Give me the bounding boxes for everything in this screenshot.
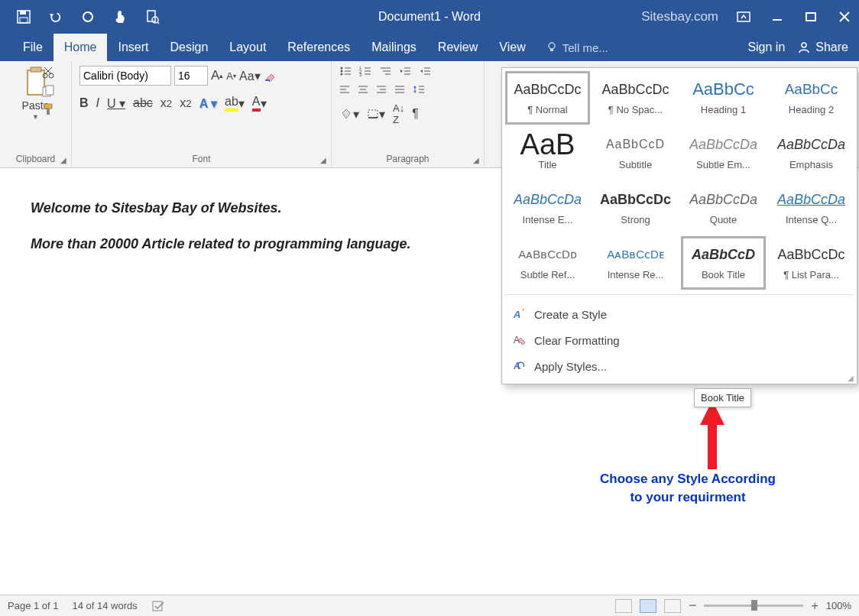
print-layout-icon[interactable]: [640, 599, 656, 613]
page-status[interactable]: Page 1 of 1: [8, 600, 59, 611]
font-size-select[interactable]: [174, 66, 208, 86]
font-color-icon[interactable]: A ▾: [252, 95, 267, 112]
strikethrough-button[interactable]: abc: [133, 96, 153, 110]
svg-rect-16: [31, 67, 41, 72]
zoom-slider[interactable]: [704, 605, 803, 607]
paragraph-launcher[interactable]: ◢: [473, 156, 479, 164]
increase-indent-icon[interactable]: [419, 66, 431, 76]
change-case-icon[interactable]: Aa▾: [239, 69, 261, 83]
style-heading-2[interactable]: AaBbCcHeading 2: [769, 71, 854, 125]
show-marks-icon[interactable]: ¶: [412, 107, 419, 121]
clipboard-group: Paste ▼ Clipboard ◢: [0, 61, 72, 167]
style-heading-1[interactable]: AaBbCcHeading 1: [681, 71, 766, 125]
tab-layout[interactable]: Layout: [219, 34, 277, 61]
tab-review[interactable]: Review: [427, 34, 488, 61]
subscript-button[interactable]: x2: [160, 96, 172, 110]
underline-button[interactable]: U ▾: [107, 96, 125, 111]
style--normal[interactable]: AaBbCcDc¶ Normal: [505, 71, 590, 125]
style-title[interactable]: AaBTitle: [505, 126, 590, 180]
clear-format-icon: A: [513, 333, 527, 347]
borders-icon[interactable]: ▾: [367, 107, 385, 122]
align-left-icon[interactable]: [339, 85, 350, 94]
zoom-in-button[interactable]: +: [811, 599, 818, 613]
highlight-color-icon[interactable]: ab▾: [225, 95, 245, 112]
create-style-item[interactable]: A Create a Style: [502, 301, 857, 327]
font-launcher[interactable]: ◢: [320, 156, 326, 164]
align-center-icon[interactable]: [358, 85, 368, 94]
text-effects-icon[interactable]: A ▾: [199, 96, 217, 111]
bullets-icon[interactable]: [339, 66, 352, 76]
maximize-icon[interactable]: [802, 8, 819, 25]
font-label: Font: [192, 154, 210, 164]
svg-point-28: [341, 70, 343, 73]
tab-design[interactable]: Design: [159, 34, 219, 61]
decrease-indent-icon[interactable]: [399, 66, 411, 76]
undo-icon[interactable]: [47, 8, 64, 25]
style--no-spac-[interactable]: AaBbCcDc¶ No Spac...: [593, 71, 678, 125]
word-count[interactable]: 14 of 14 words: [73, 600, 138, 611]
tab-mailings[interactable]: Mailings: [361, 34, 427, 61]
sign-in-link[interactable]: Sign in: [747, 41, 785, 54]
shading-icon[interactable]: ▾: [339, 107, 359, 122]
touch-mode-icon[interactable]: [112, 8, 128, 25]
style-strong[interactable]: AaBbCcDcStrong: [593, 181, 678, 235]
justify-icon[interactable]: [394, 85, 405, 94]
print-preview-icon[interactable]: [144, 8, 160, 25]
svg-rect-2: [20, 18, 28, 23]
ribbon-options-icon[interactable]: [735, 8, 752, 25]
clipboard-launcher[interactable]: ◢: [60, 156, 66, 164]
tell-me-search[interactable]: Tell me...: [536, 34, 608, 61]
tab-home[interactable]: Home: [53, 34, 108, 61]
save-icon[interactable]: [15, 8, 32, 25]
line-spacing-icon[interactable]: [413, 84, 425, 95]
style-subtitle[interactable]: AaBbCcDSubtitle: [593, 126, 678, 180]
clear-formatting-icon[interactable]: [264, 68, 279, 83]
close-icon[interactable]: [836, 8, 853, 25]
read-mode-icon[interactable]: [615, 599, 632, 613]
copy-icon[interactable]: [41, 84, 55, 98]
format-painter-icon[interactable]: [41, 102, 55, 116]
style-intense-re-[interactable]: AᴀBʙCᴄDᴇIntense Re...: [593, 236, 678, 290]
style-subtle-em-[interactable]: AaBbCcDaSubtle Em...: [681, 126, 766, 180]
zoom-out-button[interactable]: −: [689, 598, 697, 614]
svg-rect-63: [368, 110, 378, 118]
annotation-arrow-icon: [697, 400, 728, 469]
italic-button[interactable]: I: [96, 96, 99, 110]
svg-rect-7: [737, 12, 750, 21]
svg-rect-23: [44, 104, 52, 109]
style-intense-e-[interactable]: AaBbCcDaIntense E...: [505, 181, 590, 235]
tab-insert[interactable]: Insert: [107, 34, 159, 61]
style--list-para-[interactable]: AaBbCcDc¶ List Para...: [769, 236, 854, 290]
quick-access-toolbar: [6, 8, 160, 25]
multilevel-list-icon[interactable]: [379, 66, 391, 76]
increase-font-icon[interactable]: A▴: [211, 68, 223, 83]
zoom-level[interactable]: 100%: [826, 600, 851, 611]
tab-references[interactable]: References: [277, 34, 361, 61]
proofing-icon[interactable]: [151, 600, 165, 612]
superscript-button[interactable]: x2: [180, 96, 191, 110]
resize-grip-icon[interactable]: ◢: [848, 374, 854, 382]
style-book-title[interactable]: AaBbCcDBook Title: [681, 236, 766, 290]
apply-styles-item[interactable]: A Apply Styles...: [502, 353, 857, 379]
sort-icon[interactable]: A↓Z: [393, 102, 404, 125]
style-subtle-ref-[interactable]: AᴀBʙCᴄDᴅSubtle Ref...: [505, 236, 590, 290]
align-right-icon[interactable]: [376, 85, 387, 94]
web-layout-icon[interactable]: [664, 599, 681, 613]
tab-view[interactable]: View: [488, 34, 536, 61]
share-button[interactable]: Share: [797, 41, 848, 54]
minimize-icon[interactable]: [769, 8, 786, 25]
repeat-icon[interactable]: [79, 8, 96, 25]
style-quote[interactable]: AaBbCcDaQuote: [681, 181, 766, 235]
font-name-select[interactable]: [79, 66, 171, 86]
style-emphasis[interactable]: AaBbCcDaEmphasis: [769, 126, 854, 180]
cut-icon[interactable]: [41, 66, 55, 79]
decrease-font-icon[interactable]: A▾: [226, 70, 236, 82]
tab-file[interactable]: File: [12, 34, 53, 61]
style-intense-q-[interactable]: AaBbCcDaIntense Q...: [769, 181, 854, 235]
numbering-icon[interactable]: 123: [359, 66, 371, 76]
clear-formatting-item[interactable]: A Clear Formatting: [502, 327, 857, 353]
create-style-icon: A: [513, 307, 527, 321]
svg-rect-4: [147, 11, 155, 21]
bold-button[interactable]: B: [79, 96, 89, 110]
paste-button[interactable]: Paste ▼: [8, 66, 63, 121]
